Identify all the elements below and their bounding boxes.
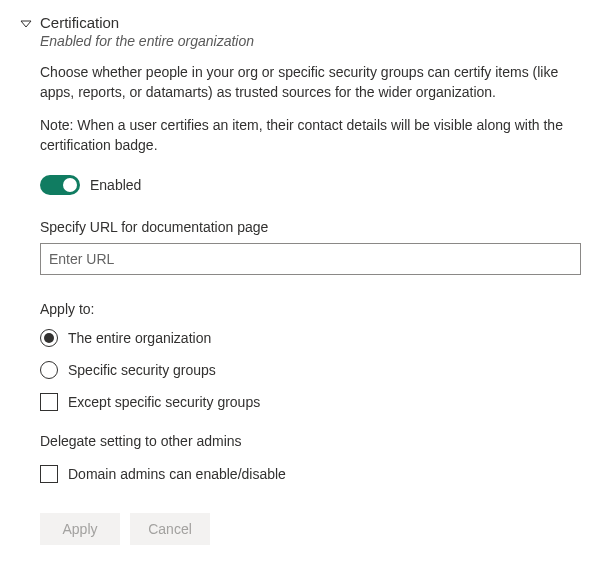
section-subtitle: Enabled for the entire organization <box>40 33 581 49</box>
checkbox-domain-admins[interactable] <box>40 465 58 483</box>
radio-specific-groups-label[interactable]: Specific security groups <box>68 362 216 378</box>
radio-specific-groups[interactable] <box>40 361 58 379</box>
apply-to-label: Apply to: <box>40 301 581 317</box>
url-field-label: Specify URL for documentation page <box>40 219 581 235</box>
section-title: Certification <box>40 14 119 31</box>
checkbox-domain-admins-label[interactable]: Domain admins can enable/disable <box>68 466 286 482</box>
cancel-button[interactable]: Cancel <box>130 513 210 545</box>
url-input[interactable] <box>40 243 581 275</box>
radio-entire-org-label[interactable]: The entire organization <box>68 330 211 346</box>
apply-button[interactable]: Apply <box>40 513 120 545</box>
checkbox-except-groups-label[interactable]: Except specific security groups <box>68 394 260 410</box>
description-text: Choose whether people in your org or spe… <box>40 63 581 102</box>
radio-entire-org[interactable] <box>40 329 58 347</box>
collapse-icon[interactable] <box>20 18 32 30</box>
delegate-heading: Delegate setting to other admins <box>40 433 581 449</box>
note-text: Note: When a user certifies an item, the… <box>40 116 581 155</box>
enabled-toggle[interactable] <box>40 175 80 195</box>
checkbox-except-groups[interactable] <box>40 393 58 411</box>
enabled-toggle-label: Enabled <box>90 177 141 193</box>
